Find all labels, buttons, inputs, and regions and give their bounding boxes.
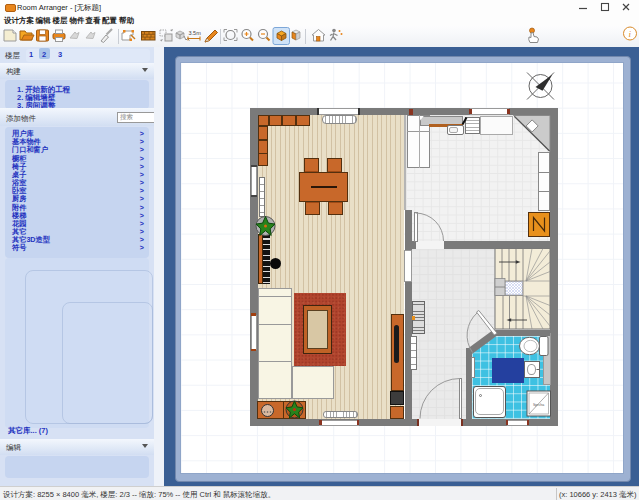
svg-text:3.5m: 3.5m — [189, 30, 202, 36]
